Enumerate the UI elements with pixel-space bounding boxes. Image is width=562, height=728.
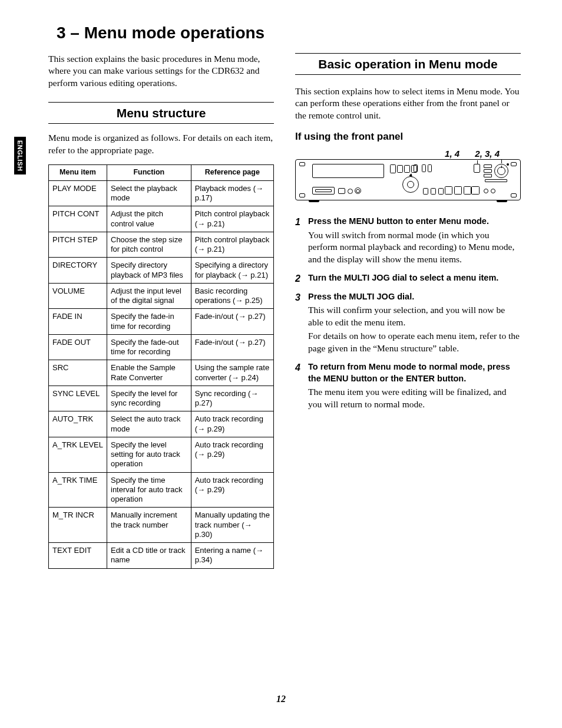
- cell-function: Choose the step size for pitch control: [107, 232, 191, 258]
- table-row: SRCEnable the Sample Rate ConverterUsing…: [49, 360, 274, 386]
- step-lead: To return from Menu mode to normal mode,…: [308, 361, 521, 384]
- table-row: PITCH CONTAdjust the pitch control value…: [49, 206, 274, 232]
- table-row: DIRECTORYSpecify directory playback of M…: [49, 258, 274, 284]
- cell-menu-item: PLAY MODE: [49, 180, 107, 206]
- cell-menu-item: A_TRK TIME: [49, 472, 107, 508]
- right-column: Basic operation in Menu mode This sectio…: [295, 53, 521, 569]
- cell-reference: Pitch control playback (→ p.21): [191, 232, 273, 258]
- multi-jog-dial-icon: [494, 164, 508, 178]
- cell-menu-item: A_TRK LEVEL: [49, 437, 107, 472]
- cell-function: Specify the time interval for auto track…: [107, 472, 191, 508]
- step-body: The menu item you were editing will be f…: [308, 386, 521, 410]
- table-row: M_TR INCRManually increment the track nu…: [49, 508, 274, 543]
- cell-function: Adjust the input level of the digital si…: [107, 283, 191, 309]
- cell-function: Manually increment the track number: [107, 508, 191, 543]
- cell-function: Specify directory playback of MP3 files: [107, 258, 191, 284]
- menu-structure-table: Menu item Function Reference page PLAY M…: [48, 164, 274, 568]
- callout-multi-jog: 2, 3, 4: [475, 149, 500, 159]
- col-header-menu-item: Menu item: [49, 165, 107, 181]
- cell-reference: Auto track recording (→ p.29): [191, 472, 273, 508]
- callout-menu-button: 1, 4: [445, 149, 459, 159]
- cell-menu-item: DIRECTORY: [49, 258, 107, 284]
- step-body: This will confirm your selection, and yo…: [308, 304, 521, 328]
- cell-menu-item: FADE IN: [49, 309, 107, 335]
- table-row: TEXT EDITEdit a CD title or track nameEn…: [49, 543, 274, 569]
- display-icon: [312, 164, 384, 178]
- table-row: AUTO_TRKSelect the auto track modeAuto t…: [49, 411, 274, 437]
- device-illustration: [295, 159, 521, 200]
- table-header-row: Menu item Function Reference page: [49, 165, 274, 181]
- step-lead: Press the MENU button to enter Menu mode…: [308, 216, 521, 228]
- center-jog-icon: [402, 176, 419, 193]
- cell-reference: Auto track recording (→ p.29): [191, 437, 273, 472]
- diagram-callouts: 1, 4 2, 3, 4: [295, 149, 521, 159]
- cell-function: Select the auto track mode: [107, 411, 191, 437]
- cell-function: Adjust the pitch control value: [107, 206, 191, 232]
- cell-menu-item: SYNC LEVEL: [49, 386, 107, 411]
- section-heading-basic-operation: Basic operation in Menu mode: [295, 53, 521, 75]
- cell-reference: Playback modes (→ p.17): [191, 180, 273, 206]
- table-row: A_TRK TIMESpecify the time interval for …: [49, 472, 274, 508]
- col-header-reference: Reference page: [191, 165, 273, 181]
- page-number: 12: [0, 694, 562, 704]
- cell-reference: Entering a name (→ p.34): [191, 543, 273, 569]
- cell-reference: Fade-in/out (→ p.27): [191, 334, 273, 360]
- step-body: You will switch from normal mode (in whi…: [308, 229, 521, 265]
- table-row: VOLUMEAdjust the input level of the digi…: [49, 283, 274, 309]
- two-column-layout: This section explains the basic procedur…: [48, 53, 521, 569]
- cell-function: Select the playback mode: [107, 180, 191, 206]
- menu-structure-body: Menu mode is organized as follows. For d…: [48, 132, 274, 156]
- cell-menu-item: PITCH STEP: [49, 232, 107, 258]
- cell-reference: Sync recording (→ p.27): [191, 386, 273, 411]
- cell-reference: Fade-in/out (→ p.27): [191, 309, 273, 335]
- cell-menu-item: TEXT EDIT: [49, 543, 107, 569]
- cell-menu-item: AUTO_TRK: [49, 411, 107, 437]
- cell-function: Specify the fade-in time for recording: [107, 309, 191, 335]
- subsection-front-panel: If using the front panel: [295, 131, 521, 143]
- section-heading-menu-structure: Menu structure: [48, 102, 274, 124]
- cell-menu-item: SRC: [49, 360, 107, 386]
- table-row: FADE OUTSpecify the fade-out time for re…: [49, 334, 274, 360]
- table-row: PLAY MODESelect the playback modePlaybac…: [49, 180, 274, 206]
- cell-reference: Using the sample rate converter (→ p.24): [191, 360, 273, 386]
- cell-reference: Manually updating the track number (→ p.…: [191, 508, 273, 543]
- step-item: Turn the MULTI JOG dial to select a menu…: [295, 272, 521, 284]
- disc-tray-icon: [312, 187, 335, 195]
- table-row: SYNC LEVELSpecify the level for sync rec…: [49, 386, 274, 411]
- table-row: A_TRK LEVELSpecify the level setting for…: [49, 437, 274, 472]
- cell-reference: Specifying a directory for playback (→ p…: [191, 258, 273, 284]
- cell-menu-item: VOLUME: [49, 283, 107, 309]
- menu-button-icon: [474, 164, 480, 173]
- step-lead: Press the MULTI JOG dial.: [308, 291, 521, 303]
- chapter-intro: This section explains the basic procedur…: [48, 53, 274, 89]
- table-row: FADE INSpecify the fade-in time for reco…: [49, 309, 274, 335]
- step-body: For details on how to operate each menu …: [308, 330, 521, 354]
- cell-menu-item: FADE OUT: [49, 334, 107, 360]
- page: ENGLISH 3 – Menu mode operations This se…: [0, 0, 562, 728]
- cell-function: Specify the fade-out time for recording: [107, 334, 191, 360]
- front-panel-diagram: 1, 4 2, 3, 4: [295, 149, 521, 200]
- cell-reference: Basic recording operations (→ p.25): [191, 283, 273, 309]
- cell-function: Specify the level for sync recording: [107, 386, 191, 411]
- left-column: This section explains the basic procedur…: [48, 53, 274, 569]
- language-tab: ENGLISH: [14, 137, 26, 174]
- step-lead: Turn the MULTI JOG dial to select a menu…: [308, 272, 521, 284]
- cell-function: Enable the Sample Rate Converter: [107, 360, 191, 386]
- basic-operation-intro: This section explains how to select item…: [295, 85, 521, 121]
- cell-function: Edit a CD title or track name: [107, 543, 191, 569]
- cell-function: Specify the level setting for auto track…: [107, 437, 191, 472]
- procedure-steps: Press the MENU button to enter Menu mode…: [295, 216, 521, 410]
- table-row: PITCH STEPChoose the step size for pitch…: [49, 232, 274, 258]
- chapter-title: 3 – Menu mode operations: [48, 24, 521, 42]
- cell-reference: Auto track recording (→ p.29): [191, 411, 273, 437]
- col-header-function: Function: [107, 165, 191, 181]
- cell-menu-item: M_TR INCR: [49, 508, 107, 543]
- cell-reference: Pitch control playback (→ p.21): [191, 206, 273, 232]
- step-item: Press the MENU button to enter Menu mode…: [295, 216, 521, 265]
- cell-menu-item: PITCH CONT: [49, 206, 107, 232]
- step-item: To return from Menu mode to normal mode,…: [295, 361, 521, 410]
- step-item: Press the MULTI JOG dial.This will confi…: [295, 291, 521, 354]
